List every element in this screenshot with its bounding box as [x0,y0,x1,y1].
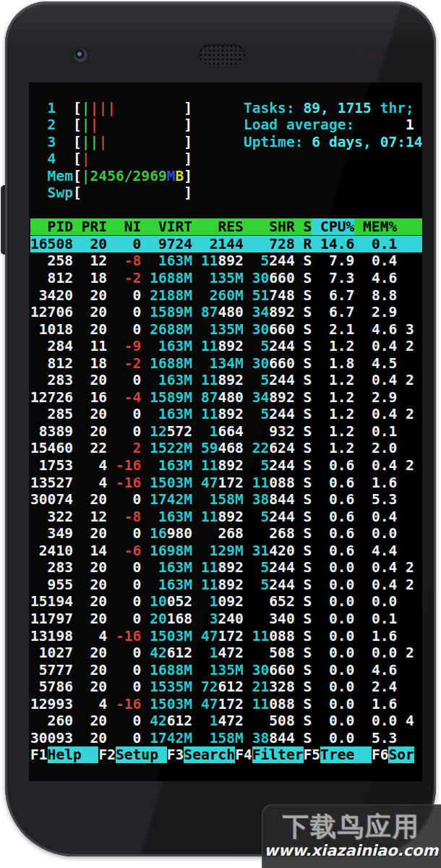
process-row[interactable]: 812 18 -2 1688M 134M 30660 S 1.8 4.5 [30,355,422,373]
process-row[interactable]: 260 20 0 42612 1472 508 S 0.0 0.0 4 [30,712,422,730]
meter-mem: Mem[|2456/2969MB] [30,168,422,185]
meter-swp: Swp[ ] [30,184,422,202]
fkey-f6-label[interactable]: Sor [388,746,414,763]
process-row[interactable]: 1027 20 0 42612 1472 508 S 0.0 0.0 2 [30,644,422,662]
process-row[interactable]: 30093 20 0 1742M 158M 38844 S 0.0 5.3 [30,730,422,747]
fkey-f5-label[interactable]: Tree [320,746,372,763]
fkey-f5-key: F5 [304,746,321,763]
meter-bar-green: | [82,134,90,150]
column-header-s[interactable]: S [295,218,312,235]
process-row[interactable]: 16508 20 0 9724 2144 728 R 14.6 0.1 [30,236,422,253]
process-row[interactable]: 30074 20 0 1742M 158M 38844 S 0.6 5.3 [30,491,422,509]
process-row[interactable]: 322 12 -8 163M 11892 5244 S 0.6 0.4 [30,509,422,526]
column-header-pri[interactable]: PRI [73,218,107,235]
process-row[interactable]: 12993 4 -16 1503M 47172 11088 S 0.0 1.6 [30,696,422,713]
screenshot-root: { "app": "htop", "meters": [ {"label":"1… [0,0,441,868]
meter-bar-red: | [90,116,99,133]
meter-label: Swp [48,184,73,201]
fkey-f3-label[interactable]: Search [184,746,235,763]
function-key-bar: F1Help F2Setup F3SearchF4FilterF5Tree F6… [30,746,422,764]
process-row[interactable]: 13527 4 -16 1503M 47172 11088 S 0.6 1.6 [30,475,422,492]
column-header-mempct[interactable]: MEM% [354,218,397,235]
meter-bar-red: | [82,150,90,167]
meter-bar-red: | [90,100,99,116]
process-row[interactable]: 285 20 0 163M 11892 5244 S 1.2 0.4 2 [30,406,422,423]
process-row[interactable]: 3420 20 0 2188M 260M 51748 S 6.7 8.8 [30,287,422,305]
watermark-title: 下载鸟应用 [283,812,420,841]
table-header: PID PRI NI VIRT RES SHR S CPU% MEM% [30,218,422,236]
fkey-f3-key: F3 [167,746,184,763]
process-row[interactable]: 1018 20 0 2688M 135M 30660 S 2.1 4.6 3 [30,321,422,339]
process-row[interactable]: 258 12 -8 163M 11892 5244 S 7.9 0.4 [30,252,422,270]
meter-bar-green: | [90,134,99,150]
proximity-sensor-icon [354,50,364,59]
meter-label: 3 [48,134,73,150]
meter-3: 3 [||| ] Uptime: 6 days, 07:14 [30,134,422,151]
column-header-cpupct[interactable]: CPU% [312,218,354,235]
htop-terminal: 1 [|||| ] Tasks: 89, 1715 thr; 2 [|| ] L… [30,82,422,764]
meter-bar-red: | [98,134,107,150]
column-header-shr[interactable]: SHR [244,218,295,235]
process-row[interactable]: 284 11 -9 163M 11892 5244 S 1.2 0.4 2 [30,338,422,355]
process-row[interactable]: 5777 20 0 1688M 135M 30660 S 0.0 4.6 [30,662,422,679]
process-row[interactable]: 12706 20 0 1589M 87480 34892 S 6.7 2.9 [30,304,422,321]
meter-label: Mem [48,168,73,184]
process-row[interactable]: 1753 4 -16 163M 11892 5244 S 0.6 0.4 2 [30,457,422,475]
fkey-f4-label[interactable]: Filter [252,746,304,763]
front-camera-icon [74,48,87,62]
ambient-sensor-icon [370,51,377,59]
process-row[interactable]: 12726 16 -4 1589M 87480 34892 S 1.2 2.9 [30,389,422,407]
meter-4: 4 [| ] [30,150,422,168]
meter-label: 2 [48,116,73,133]
fkey-f6-key: F6 [372,746,389,763]
process-row[interactable]: 283 20 0 163M 11892 5244 S 0.0 0.4 2 [30,559,422,576]
terminal-blank-line [30,202,422,219]
earpiece-speaker-icon [199,44,245,65]
meter-bar-red: | [98,100,107,116]
process-row[interactable]: 2410 14 -6 1698M 129M 31420 S 0.6 4.4 [30,542,422,560]
watermark: 下载鸟应用 www.xiazainiao.com [262,804,441,868]
meter-1: 1 [|||| ] Tasks: 89, 1715 thr; [30,100,422,117]
meter-bar-green: | [82,168,90,184]
meter-label: 4 [48,150,73,167]
fkey-f1-key: F1 [30,746,48,763]
column-header-ni[interactable]: NI [107,218,141,235]
process-row[interactable]: 8389 20 0 12572 1664 932 S 1.2 0.1 [30,423,422,441]
fkey-f4-key: F4 [235,746,252,763]
fkey-f2-label[interactable]: Setup [116,746,167,763]
terminal-blank-line [30,82,422,100]
watermark-url: www.xiazainiao.com [265,841,439,860]
process-row[interactable]: 5786 20 0 1535M 72612 21328 S 0.0 2.4 [30,678,422,696]
fkey-f1-label[interactable]: Help [48,746,99,763]
process-row[interactable]: 955 20 0 163M 11892 5244 S 0.0 0.4 2 [30,576,422,594]
process-row[interactable]: 13198 4 -16 1503M 47172 11088 S 0.0 1.6 [30,628,422,645]
meter-label: 1 [48,100,73,116]
meter-bar-red: | [107,100,116,116]
meter-2: 2 [|| ] Load average: 1 [30,116,422,134]
process-row[interactable]: 283 20 0 163M 11892 5244 S 1.2 0.4 2 [30,372,422,389]
terminal-screen: 1 [|||| ] Tasks: 89, 1715 thr; 2 [|| ] L… [29,82,422,781]
process-row[interactable]: 812 18 -2 1688M 135M 30660 S 7.3 4.6 [30,270,422,287]
meter-bar-green: | [82,100,90,116]
column-header-virt[interactable]: VIRT [141,218,192,235]
process-row[interactable]: 15194 20 0 10052 1092 652 S 0.0 0.0 [30,593,422,610]
meter-bar-green: | [82,116,90,133]
process-row[interactable]: 349 20 0 16980 268 268 S 0.6 0.0 [30,525,422,542]
phone-frame: 1 [|||| ] Tasks: 89, 1715 thr; 2 [|| ] L… [5,1,436,856]
process-row[interactable]: 15460 22 2 1522M 59468 22624 S 1.2 2.0 [30,440,422,457]
fkey-f2-key: F2 [98,746,116,763]
column-header-pid[interactable]: PID [30,218,73,235]
column-header-res[interactable]: RES [192,218,244,235]
process-row[interactable]: 11797 20 0 20168 3240 340 S 0.0 0.1 [30,610,422,628]
